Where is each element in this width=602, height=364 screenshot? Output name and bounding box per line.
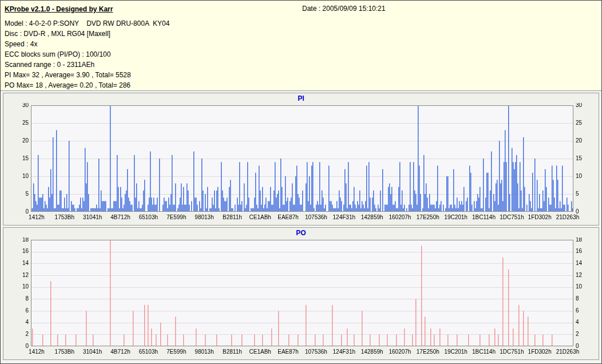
pi-chart-title: PI xyxy=(6,94,596,103)
pi-summary: PI Max= 32 , Average= 3.90 , Total= 5528 xyxy=(5,70,597,80)
disc-info: Disc : DVD-R , MXL RG04 [Maxell] xyxy=(5,29,597,39)
kprobe-window: KProbe v2.1.0 - Designed by Karr Date : … xyxy=(0,0,602,364)
scan-date: Date : 2005/09/09 15:10:21 xyxy=(302,5,385,13)
scan-info: Model : 4-0-2-0 P:SONY DVD RW DRU-800A K… xyxy=(5,18,597,90)
ecc-info: ECC blocks sum (PI/PO) : 100/100 xyxy=(5,49,597,60)
range-info: Scanned range : 0 - 2311AEh xyxy=(5,60,597,70)
header: KProbe v2.1.0 - Designed by Karr Date : … xyxy=(1,1,601,91)
pi-chart-canvas xyxy=(6,103,596,223)
po-chart-title: PO xyxy=(6,229,596,238)
po-chart-panel: PO xyxy=(3,227,599,360)
po-summary: PO Max= 18 , Average= 0.20 , Total= 286 xyxy=(5,80,597,90)
speed-info: Speed : 4x xyxy=(5,39,597,49)
model-info: Model : 4-0-2-0 P:SONY DVD RW DRU-800A K… xyxy=(5,18,597,29)
pi-chart-panel: PI xyxy=(3,93,599,225)
po-chart-canvas xyxy=(6,238,596,358)
app-title: KProbe v2.1.0 - Designed by Karr xyxy=(5,5,113,13)
